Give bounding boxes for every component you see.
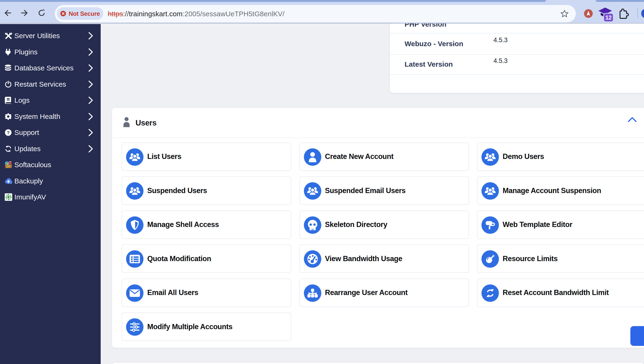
svg-text:?: ?	[7, 130, 10, 135]
